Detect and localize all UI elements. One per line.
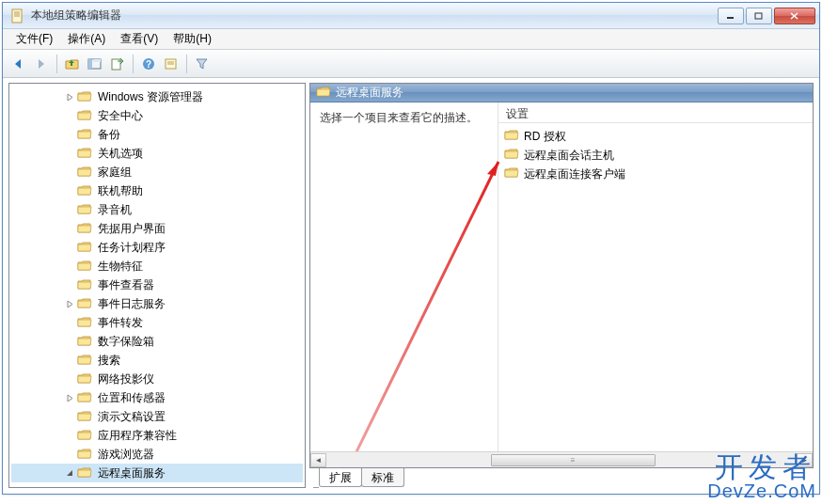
minimize-button[interactable] [718, 8, 744, 24]
tree-node-label: 网络投影仪 [96, 371, 156, 387]
properties-button[interactable] [161, 54, 182, 74]
settings-list: RD 授权远程桌面会话主机远程桌面连接客户端 [498, 123, 813, 451]
help-button[interactable]: ? [138, 54, 159, 74]
tree-node-label: 事件日志服务 [96, 296, 167, 312]
setting-item[interactable]: RD 授权 [504, 127, 807, 146]
menu-file[interactable]: 文件(F) [8, 29, 60, 49]
tree-node[interactable]: 联机帮助 [11, 181, 303, 200]
expander-icon[interactable] [64, 91, 75, 102]
folder-icon [316, 86, 331, 101]
expander-icon[interactable] [64, 317, 75, 328]
tree-node[interactable]: 搜索 [11, 351, 303, 370]
folder-icon [77, 429, 92, 442]
expander-icon[interactable] [64, 336, 75, 347]
tree-node[interactable]: 事件查看器 [11, 276, 303, 294]
expander-icon[interactable] [64, 129, 75, 140]
tab-standard[interactable]: 标准 [361, 468, 404, 487]
tree-node[interactable]: 备份 [11, 125, 303, 144]
tree-pane[interactable]: Windows 资源管理器安全中心备份关机选项家庭组联机帮助录音机凭据用户界面任… [8, 83, 306, 488]
scroll-thumb[interactable]: ≡ [491, 454, 656, 466]
expander-icon[interactable] [64, 223, 75, 234]
close-button[interactable] [774, 8, 815, 24]
setting-item-label: 远程桌面连接客户端 [524, 166, 625, 182]
expander-icon[interactable] [64, 354, 75, 366]
toolbar-separator [56, 55, 57, 73]
description-column: 选择一个项目来查看它的描述。 [310, 102, 498, 451]
menu-action[interactable]: 操作(A) [60, 29, 113, 49]
tree-node[interactable]: Windows 资源管理器 [11, 87, 303, 106]
tree-node[interactable]: 安全中心 [11, 106, 303, 125]
toolbar: ? [3, 50, 819, 78]
expander-icon[interactable] [64, 449, 75, 460]
expander-icon[interactable] [64, 411, 75, 422]
folder-icon [504, 129, 519, 144]
tree-node[interactable]: 任务计划程序 [11, 238, 303, 257]
expander-icon[interactable] [64, 242, 75, 253]
tree-node[interactable]: 演示文稿设置 [11, 407, 303, 426]
tab-extended[interactable]: 扩展 [319, 468, 362, 487]
tree-node[interactable]: 录音机 [11, 200, 303, 219]
scroll-left-button[interactable]: ◄ [310, 453, 326, 467]
tree-node[interactable]: 应用程序兼容性 [11, 426, 303, 445]
folder-icon [77, 128, 92, 141]
setting-item-label: 远程桌面会话主机 [524, 148, 614, 164]
folder-icon [77, 109, 92, 122]
expander-icon[interactable] [64, 279, 75, 291]
setting-item-label: RD 授权 [524, 129, 566, 145]
tree-node-label: 联机帮助 [96, 183, 145, 199]
folder-icon [77, 260, 92, 273]
expander-icon[interactable] [64, 204, 75, 215]
menu-view[interactable]: 查看(V) [113, 29, 166, 49]
settings-header[interactable]: 设置 [498, 102, 813, 123]
back-button[interactable] [8, 54, 29, 74]
tree-node[interactable]: 关机选项 [11, 144, 303, 163]
app-window: 本地组策略编辑器 文件(F) 操作(A) 查看(V) 帮助(H) ? Windo… [2, 2, 820, 495]
tree-node[interactable]: 生物特征 [11, 257, 303, 276]
folder-icon [77, 316, 92, 329]
setting-item[interactable]: 远程桌面连接客户端 [504, 165, 807, 183]
maximize-button[interactable] [746, 8, 772, 24]
tree-node-label: 凭据用户界面 [96, 221, 167, 237]
tree-node-label: 事件转发 [96, 315, 145, 331]
watermark-line1: 开发者 [707, 453, 816, 481]
tree-node[interactable]: 事件转发 [11, 313, 303, 332]
svg-rect-9 [88, 59, 92, 69]
expander-icon[interactable] [64, 166, 75, 178]
forward-button[interactable] [31, 54, 52, 74]
tree-node-label: 录音机 [96, 202, 134, 218]
tree-node[interactable]: 事件日志服务 [11, 294, 303, 313]
content-area: Windows 资源管理器安全中心备份关机选项家庭组联机帮助录音机凭据用户界面任… [3, 78, 819, 494]
folder-icon [504, 166, 519, 181]
tree-node-label: Windows 资源管理器 [96, 89, 205, 105]
filter-button[interactable] [192, 54, 213, 74]
tree-node[interactable]: 位置和传感器 [11, 388, 303, 407]
expander-icon[interactable] [64, 467, 75, 479]
tree-node[interactable]: 家庭组 [11, 163, 303, 181]
tree-node[interactable]: 远程桌面服务 [11, 464, 303, 482]
expander-icon[interactable] [64, 298, 75, 309]
up-folder-button[interactable] [62, 54, 83, 74]
toolbar-separator [186, 55, 187, 73]
setting-item[interactable]: 远程桌面会话主机 [504, 146, 807, 165]
expander-icon[interactable] [64, 260, 75, 272]
watermark-line2: DevZe.CoM [707, 481, 816, 500]
description-text: 选择一个项目来查看它的描述。 [320, 111, 478, 124]
menu-help[interactable]: 帮助(H) [166, 29, 219, 49]
expander-icon[interactable] [64, 110, 75, 121]
tree-node[interactable]: 数字保险箱 [11, 332, 303, 351]
show-pane-button[interactable] [85, 54, 105, 74]
expander-icon[interactable] [64, 392, 75, 403]
titlebar[interactable]: 本地组策略编辑器 [3, 3, 819, 29]
export-button[interactable] [107, 54, 128, 74]
tree-node[interactable]: 网络投影仪 [11, 370, 303, 388]
expander-icon[interactable] [64, 430, 75, 441]
tree-node[interactable]: 游戏浏览器 [11, 445, 303, 464]
folder-icon [77, 147, 92, 160]
expander-icon[interactable] [64, 148, 75, 159]
tree-node-label: 关机选项 [96, 146, 145, 162]
expander-icon[interactable] [64, 373, 75, 385]
expander-icon[interactable] [64, 185, 75, 197]
svg-rect-5 [755, 13, 762, 19]
tree-node[interactable]: 凭据用户界面 [11, 219, 303, 238]
tree-node-label: 备份 [96, 127, 122, 143]
